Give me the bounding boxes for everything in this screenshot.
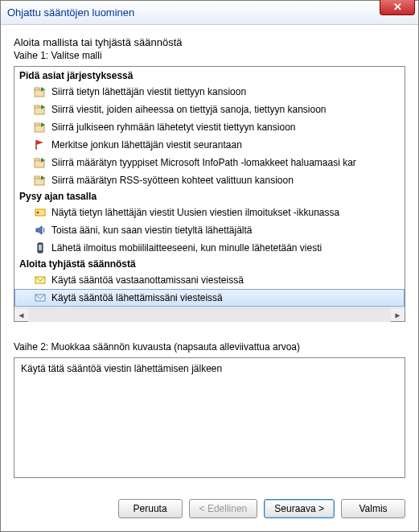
scroll-track[interactable] xyxy=(28,308,391,322)
cancel-button[interactable]: Peruuta xyxy=(118,499,183,518)
template-item[interactable]: Siirrä tietyn lähettäjän viestit tiettyy… xyxy=(14,83,405,101)
rule-description-box[interactable]: Käytä tätä sääntöä viestin lähettämisen … xyxy=(14,357,405,478)
svg-rect-7 xyxy=(35,159,39,161)
move-folder-icon xyxy=(34,156,47,169)
template-label: Siirrä määrätyn RSS-syötteen kohteet val… xyxy=(51,175,294,186)
group-header-blank: Aloita tyhjästä säännöstä xyxy=(14,257,405,271)
intro-text: Aloita mallista tai tyhjästä säännöstä xyxy=(14,36,405,48)
alert-icon xyxy=(34,206,47,219)
template-label: Käytä sääntöä vastaanottamissani viestei… xyxy=(51,274,244,286)
template-label: Siirrä viestit, joiden aiheessa on tiett… xyxy=(51,104,327,115)
wizard-buttons: Peruuta < Edellinen Seuraava > Valmis xyxy=(1,489,418,531)
group-header-uptodate: Pysy ajan tasalla xyxy=(14,189,405,204)
template-item[interactable]: Siirrä määrätyn tyyppiset Microsoft Info… xyxy=(14,154,405,171)
group-header-organize: Pidä asiat järjestyksessä xyxy=(14,68,405,83)
template-item[interactable]: Siirrä määrätyn RSS-syötteen kohteet val… xyxy=(14,171,405,189)
template-label: Toista ääni, kun saan viestin tietyltä l… xyxy=(51,225,252,236)
next-button[interactable]: Seuraava > xyxy=(264,499,335,518)
wizard-content: Aloita mallista tai tyhjästä säännöstä V… xyxy=(1,25,418,489)
move-folder-icon xyxy=(34,121,47,134)
template-item-selected[interactable]: Käytä sääntöä lähettämissäni viesteissä xyxy=(14,289,405,307)
template-list-inner: Pidä asiat järjestyksessä Siirrä tietyn … xyxy=(14,67,405,307)
move-folder-icon xyxy=(34,174,47,187)
titlebar: Ohjattu sääntöjen luominen ✕ xyxy=(1,1,418,25)
rule-description-text: Käytä tätä sääntöä viestin lähettämisen … xyxy=(21,363,222,374)
finish-button[interactable]: Valmis xyxy=(341,499,405,518)
rules-wizard-window: Ohjattu sääntöjen luominen ✕ Aloita mall… xyxy=(0,0,419,532)
template-item[interactable]: Käytä sääntöä vastaanottamissani viestei… xyxy=(14,271,405,289)
envelope-icon xyxy=(34,274,47,287)
template-listbox[interactable]: Pidä asiat järjestyksessä Siirrä tietyn … xyxy=(14,66,405,322)
horizontal-scrollbar[interactable]: ◄ ► xyxy=(14,307,405,321)
template-label: Lähetä ilmoitus mobiililaitteeseeni, kun… xyxy=(51,242,322,254)
template-item[interactable]: Toista ääni, kun saan viestin tietyltä l… xyxy=(14,221,405,239)
flag-icon xyxy=(34,138,47,151)
template-item[interactable]: Siirrä viestit, joiden aiheessa on tiett… xyxy=(14,101,405,118)
scroll-right-arrow[interactable]: ► xyxy=(391,308,405,322)
step1-label: Vaihe 1: Valitse malli xyxy=(14,50,405,61)
svg-rect-3 xyxy=(35,105,39,108)
template-item[interactable]: Merkitse jonkun lähettäjän viestit seura… xyxy=(14,136,405,154)
spacer xyxy=(14,322,405,341)
sound-icon xyxy=(34,224,47,237)
svg-rect-9 xyxy=(35,176,39,179)
svg-rect-1 xyxy=(35,88,39,90)
mobile-icon xyxy=(34,241,47,254)
svg-point-11 xyxy=(37,212,39,214)
step2-label: Vaihe 2: Muokkaa säännön kuvausta (napsa… xyxy=(14,341,405,353)
window-title: Ohjattu sääntöjen luominen xyxy=(7,6,134,19)
svg-rect-5 xyxy=(35,123,39,126)
template-item[interactable]: Siirrä julkiseen ryhmään lähetetyt viest… xyxy=(14,118,405,136)
scroll-left-arrow[interactable]: ◄ xyxy=(14,308,28,322)
template-item[interactable]: Näytä tietyn lähettäjän viestit Uusien v… xyxy=(14,204,405,221)
envelope-out-icon xyxy=(34,291,47,304)
close-icon: ✕ xyxy=(393,1,402,13)
template-label: Näytä tietyn lähettäjän viestit Uusien v… xyxy=(51,207,339,218)
close-button[interactable]: ✕ xyxy=(380,0,415,15)
move-folder-icon xyxy=(34,85,47,98)
move-folder-icon xyxy=(34,103,47,116)
template-label: Siirrä julkiseen ryhmään lähetetyt viest… xyxy=(51,122,295,133)
template-label: Siirrä määrätyn tyyppiset Microsoft Info… xyxy=(51,157,356,168)
back-button: < Edellinen xyxy=(189,499,258,518)
template-item[interactable]: Lähetä ilmoitus mobiililaitteeseeni, kun… xyxy=(14,239,405,257)
template-label: Käytä sääntöä lähettämissäni viesteissä xyxy=(51,292,223,303)
template-label: Merkitse jonkun lähettäjän viestit seura… xyxy=(51,139,242,151)
template-label: Siirrä tietyn lähettäjän viestit tiettyy… xyxy=(51,86,246,97)
svg-rect-13 xyxy=(39,245,42,250)
